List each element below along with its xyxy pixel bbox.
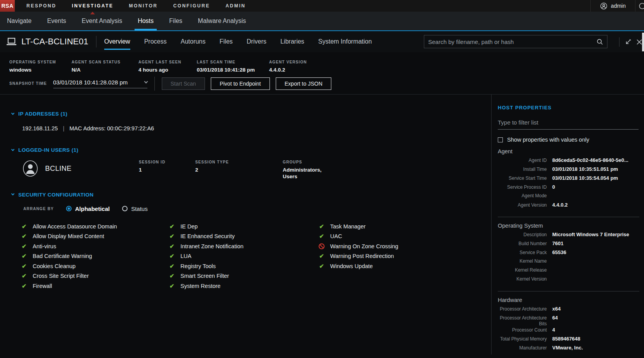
divider: [619, 37, 620, 47]
property-row: Install Time03/01/2018 10:35:51.051 pm: [498, 166, 644, 175]
values-only-checkbox-row[interactable]: Show properties with values only: [498, 137, 644, 143]
security-item: Task Manager: [318, 221, 466, 232]
security-item: Warning On Zone Crossing: [318, 241, 466, 251]
collapse-panel-icon[interactable]: [625, 39, 631, 46]
property-row: Processor Architecture Bits64: [498, 315, 644, 327]
security-item: Registry Tools: [169, 261, 318, 271]
property-row: Agent ID8d6ceda5-0c02-46e5-8640-5e0...: [498, 157, 644, 166]
subnav-hosts[interactable]: Hosts: [138, 12, 154, 30]
check-icon: [318, 233, 325, 240]
security-item: Warning Post Redirection: [318, 251, 466, 261]
property-row: Processor Count4: [498, 327, 644, 336]
check-icon: [21, 263, 27, 270]
chevron-down-icon: [11, 111, 14, 114]
mac-address: MAC Address: 00:0C:29:97:22:A6: [70, 125, 154, 132]
security-item: Allow Display Mixed Content: [21, 231, 169, 241]
property-row: Service Process ID0: [498, 184, 644, 193]
investigate-subnav: Navigate Events Event Analysis Hosts Fil…: [0, 12, 644, 31]
security-item: Allow Access Datasource Domain: [21, 221, 169, 232]
avatar: [22, 160, 38, 177]
user-menu[interactable]: admin: [590, 0, 635, 12]
overview-main: IP ADDRESSES (1) 192.168.11.25 | MAC Add…: [0, 95, 644, 354]
host-properties-panel: HOST PROPERTIES Show properties with val…: [491, 95, 644, 354]
tab-overview[interactable]: Overview: [104, 31, 130, 52]
check-icon: [21, 253, 27, 260]
host-name-text: LT-CA-BCLINE01: [21, 37, 88, 47]
check-icon: [21, 223, 27, 230]
pivot-to-endpoint-button[interactable]: Pivot to Endpoint: [211, 77, 270, 90]
panel-tools: [619, 37, 642, 47]
tab-files[interactable]: Files: [220, 31, 233, 52]
tab-autoruns[interactable]: Autoruns: [180, 31, 205, 52]
snapshot-time-select[interactable]: 03/01/2018 10:41:28.028 pm: [53, 79, 147, 88]
nav-investigate[interactable]: INVESTIGATE: [72, 0, 114, 12]
property-group-hardware: Hardware Processor Architecturex64 Proce…: [498, 297, 644, 354]
subnav-event-analysis[interactable]: Event Analysis: [82, 12, 122, 30]
security-column-2: IE Dep IE Enhanced Security Intranet Zon…: [169, 221, 318, 291]
property-row: Total Physical Memory8589467648: [498, 336, 644, 345]
arrange-status-radio[interactable]: Status: [122, 205, 148, 212]
session-id-field: SESSION ID 1: [139, 160, 195, 174]
search-input[interactable]: [428, 39, 597, 45]
security-item: IE Enhanced Security: [169, 231, 318, 241]
check-icon: [169, 233, 175, 240]
property-group-agent: Agent Agent ID8d6ceda5-0c02-46e5-8640-5e…: [498, 148, 644, 211]
summary-agent-scan-status: AGENT SCAN STATUS N/A: [72, 60, 129, 73]
host-tabs: Overview Process Autoruns Files Drivers …: [104, 31, 372, 52]
security-item: Windows Update: [318, 261, 466, 271]
nav-respond[interactable]: RESPOND: [26, 0, 56, 12]
nav-configure[interactable]: CONFIGURE: [173, 0, 210, 12]
security-item: IE Dep: [169, 221, 318, 232]
security-item: Intranet Zone Notification: [169, 241, 318, 251]
close-panel-icon[interactable]: [636, 39, 642, 45]
check-icon: [21, 233, 27, 240]
summary-last-scan-time: LAST SCAN TIME 03/01/2018 10:41:28 pm: [197, 60, 260, 73]
subnav-navigate[interactable]: Navigate: [7, 12, 32, 30]
property-row: Kernel Name: [498, 258, 644, 267]
subnav-files[interactable]: Files: [169, 12, 182, 30]
divider: [96, 36, 96, 47]
tab-libraries[interactable]: Libraries: [280, 31, 304, 52]
tab-system-information[interactable]: System Information: [318, 31, 372, 52]
help-icon[interactable]: [635, 2, 644, 10]
host-title: LT-CA-BCLINE01: [6, 37, 88, 47]
subnav-malware-analysis[interactable]: Malware Analysis: [198, 12, 246, 30]
chevron-down-icon: [144, 79, 148, 83]
divider: [498, 291, 639, 291]
nav-admin[interactable]: ADMIN: [226, 0, 246, 12]
rsa-logo[interactable]: RSA: [0, 0, 15, 12]
check-icon: [169, 283, 175, 290]
tab-process[interactable]: Process: [144, 31, 167, 52]
topbar-right: admin: [590, 0, 644, 12]
username: BCLINE: [45, 165, 72, 173]
security-item: Smart Screen Filter: [169, 271, 318, 281]
properties-filter-input[interactable]: [498, 119, 639, 130]
file-search: [424, 35, 607, 48]
check-icon: [169, 263, 175, 270]
property-row: Build Number7601: [498, 240, 644, 249]
property-group-operating-system: Operating System DescriptionMicrosoft Wi…: [498, 223, 644, 285]
snapshot-time-value: 03/01/2018 10:41:28.028 pm: [53, 79, 128, 86]
groups-field: GROUPS Administrators, Users: [283, 160, 333, 180]
check-icon: [169, 272, 175, 279]
arrange-alphabetical-radio[interactable]: Alphabetical: [66, 205, 110, 212]
security-column-3: Task Manager UAC Warning On Zone Crossin…: [318, 221, 466, 291]
nav-monitor[interactable]: MONITOR: [129, 0, 158, 12]
checkbox-icon: [498, 137, 503, 142]
security-item: UAC: [318, 231, 466, 241]
security-item: Cross Site Script Filter: [21, 271, 169, 281]
scrollbar-thumb[interactable]: [642, 33, 644, 51]
user-icon: [600, 2, 607, 10]
security-item: Firewall: [21, 281, 169, 291]
check-icon: [21, 272, 27, 279]
security-item: Cookies Cleanup: [21, 261, 169, 271]
search-icon[interactable]: [597, 39, 603, 45]
start-scan-button[interactable]: Start Scan: [162, 77, 205, 90]
subnav-events[interactable]: Events: [47, 12, 66, 30]
radio-selected-icon: [66, 206, 72, 211]
check-icon: [318, 263, 325, 270]
separator: |: [63, 125, 65, 132]
export-to-json-button[interactable]: Export to JSON: [276, 77, 331, 90]
host-header: LT-CA-BCLINE01 Overview Process Autoruns…: [0, 31, 644, 52]
tab-drivers[interactable]: Drivers: [247, 31, 266, 52]
